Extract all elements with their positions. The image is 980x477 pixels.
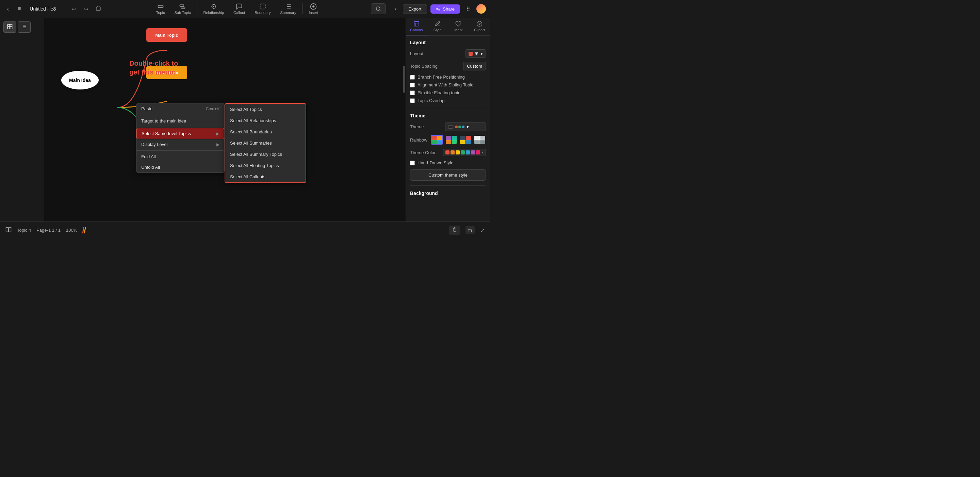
book-button[interactable] [5, 227, 11, 234]
back-button[interactable]: ‹ [4, 4, 11, 14]
page-info: Page-1 1 / 1 [37, 227, 60, 233]
svg-point-30 [477, 21, 482, 27]
swatch-cell-green2 [452, 140, 457, 144]
toolbar-center: Topic Sub Topic Relationship Callout Bou… [151, 2, 323, 16]
submenu-item-6[interactable]: Select All Callouts [225, 171, 305, 182]
submenu-item-4[interactable]: Select All Summary Topics [225, 149, 305, 160]
layout-value[interactable]: ⊞ ▾ [466, 49, 486, 58]
branch-node-1[interactable]: Main Topic [146, 28, 187, 42]
menu-item-paste[interactable]: Paste Cmd+V [137, 103, 224, 114]
menu-item-unfold-all[interactable]: Unfold All [137, 162, 224, 172]
tool-callout-label: Callout [234, 11, 245, 14]
scroll-track[interactable] [403, 52, 406, 188]
share-button[interactable]: Share [430, 5, 460, 14]
undo-button[interactable]: ↩ [70, 5, 78, 14]
expand-button[interactable]: ⤢ [480, 227, 485, 234]
tool-relationship-label: Relationship [204, 11, 224, 14]
mark-tab-icon [455, 21, 461, 27]
menu-paste-label: Paste [141, 106, 153, 111]
swatch-cell-purple [446, 136, 451, 140]
mouse-button[interactable] [449, 226, 460, 235]
swatch-cell-navy [460, 136, 466, 140]
grid-button[interactable]: ⠿ [463, 5, 473, 14]
rainbow-label: Rainbow [410, 137, 427, 143]
topic-overlap-checkbox[interactable] [410, 98, 415, 103]
submenu-item-5-label: Select All Floating Topics [230, 163, 279, 168]
swatch-cell-blue [437, 140, 443, 144]
tab-clipart[interactable]: Clipart [469, 18, 490, 35]
flexible-checkbox[interactable] [410, 91, 415, 95]
history-button[interactable] [94, 4, 103, 14]
tool-topic-label: Topic [156, 11, 165, 14]
topic-spacing-value[interactable]: Custom [463, 62, 486, 70]
tool-topic[interactable]: Topic [151, 2, 170, 16]
menu-item-fold-all[interactable]: Fold All [137, 151, 224, 162]
rainbow-swatches [431, 135, 486, 145]
theme-dot-blue [462, 126, 465, 128]
submenu-item-0[interactable]: Select All Topics [225, 104, 305, 115]
tool-subtopic[interactable]: Sub Topic [169, 2, 195, 16]
toolbar-divider-center2 [302, 3, 303, 14]
tab-style[interactable]: Style [427, 18, 448, 35]
central-node-label: Main Idea [69, 78, 91, 83]
submenu-item-5[interactable]: Select All Floating Topics [225, 160, 305, 171]
theme-preview-dark [448, 125, 453, 129]
file-title: Untitled file8 [27, 6, 59, 11]
tab-canvas[interactable]: Canvas [406, 18, 427, 35]
palette-dot-1 [445, 150, 450, 154]
submenu-item-1[interactable]: Select All Relationships [225, 115, 305, 126]
tool-boundary[interactable]: Boundary [250, 2, 275, 16]
submenu-item-3[interactable]: Select All Summaries [225, 137, 305, 149]
color-palette[interactable]: ▾ [443, 149, 486, 156]
collapse-panel-button[interactable]: ‹ [392, 5, 399, 13]
menu-select-same-arrow: ▶ [216, 131, 219, 136]
palette-dot-6 [471, 150, 475, 154]
hand-drawn-checkbox[interactable] [410, 161, 415, 165]
menu-item-target[interactable]: Target to the main idea [137, 116, 224, 126]
tool-summary[interactable]: Summary [275, 2, 301, 16]
search-container[interactable] [371, 3, 386, 14]
layout-dropdown-arrow: ▾ [480, 51, 483, 56]
background-title: Background [410, 191, 486, 196]
swatch-cell-green [431, 140, 437, 144]
tool-subtopic-label: Sub Topic [174, 11, 191, 14]
submenu-item-2[interactable]: Select All Boundaries [225, 126, 305, 137]
view-toggle [3, 21, 40, 33]
branch-free-label: Branch Free Positioning [417, 75, 465, 80]
tool-insert[interactable]: Insert [304, 2, 323, 16]
menu-button[interactable]: ≡ [15, 5, 24, 13]
central-node[interactable]: Main Idea [61, 71, 99, 89]
card-view-button[interactable] [3, 21, 16, 33]
flexible-label: Flexible Floating topic [417, 90, 460, 95]
theme-dots [455, 126, 465, 128]
tool-callout[interactable]: Callout [229, 2, 250, 16]
rainbow-swatch-1[interactable] [431, 135, 443, 145]
tab-canvas-label: Canvas [410, 28, 423, 32]
tool-summary-label: Summary [280, 11, 296, 14]
section-divider-2 [410, 185, 486, 186]
menu-item-select-same[interactable]: Select Same-level Topics ▶ [137, 128, 224, 139]
custom-theme-button[interactable]: Custom theme style [410, 169, 486, 181]
list-view-button[interactable] [18, 21, 30, 33]
submenu-item-2-label: Select All Boundaries [230, 129, 272, 134]
swatch-cell-red2 [466, 136, 471, 140]
card-view-icon [7, 24, 13, 29]
palette-dropdown-arrow: ▾ [482, 150, 484, 154]
tab-mark[interactable]: Mark [448, 18, 469, 35]
swatch-cell-orange [437, 136, 443, 140]
branch-free-checkbox[interactable] [410, 75, 415, 80]
alignment-checkbox[interactable] [410, 83, 415, 87]
scroll-thumb[interactable] [403, 66, 405, 93]
theme-select[interactable]: ▾ [445, 122, 486, 131]
fn-button[interactable]: fn [466, 226, 475, 234]
rainbow-swatch-3[interactable] [460, 135, 472, 145]
rainbow-swatch-4[interactable] [474, 135, 486, 145]
menu-item-display-level[interactable]: Display Level ▶ [137, 139, 224, 150]
svg-rect-2 [181, 7, 185, 9]
tool-relationship[interactable]: Relationship [199, 2, 229, 16]
hint-line1: Double-click to [129, 60, 178, 67]
rainbow-swatch-2[interactable] [445, 135, 457, 145]
export-button[interactable]: Export [403, 4, 427, 14]
submenu: Select All Topics Select All Relationshi… [224, 103, 306, 183]
redo-button[interactable]: ↪ [82, 5, 90, 14]
